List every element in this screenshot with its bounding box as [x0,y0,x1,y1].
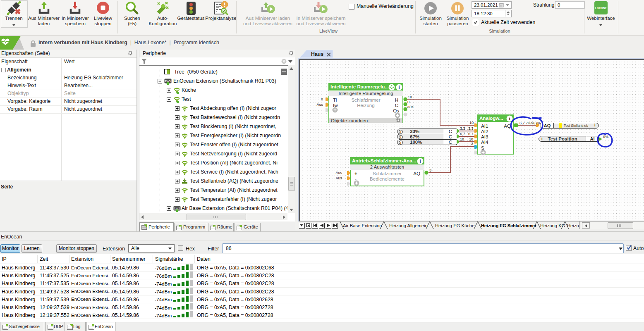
svg-text:A: A [176,207,178,210]
